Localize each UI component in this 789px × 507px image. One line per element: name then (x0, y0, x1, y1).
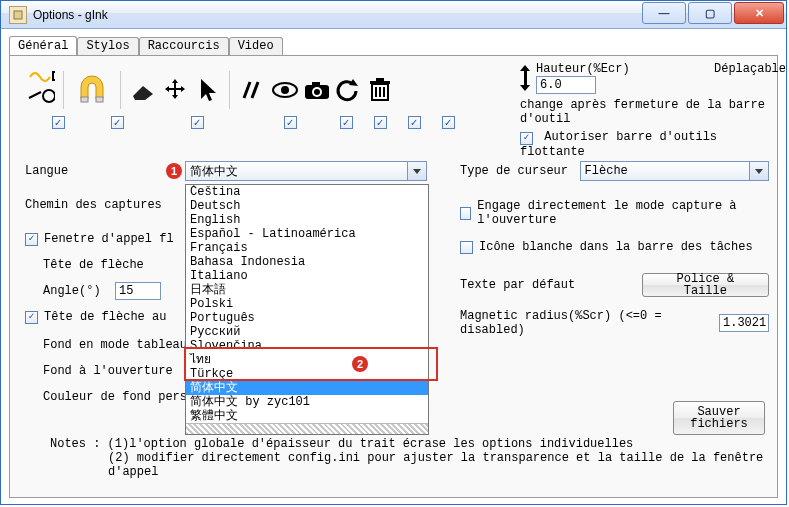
toolbar-check-1[interactable] (52, 116, 65, 129)
toolbar-check-4[interactable] (284, 116, 297, 129)
lang-option[interactable]: Русский (186, 325, 428, 339)
dropdown-resize-grip[interactable] (186, 423, 428, 434)
tab-raccourcis[interactable]: Raccourcis (139, 37, 229, 57)
save-files-label: Sauver fichiers (690, 406, 748, 430)
svg-point-20 (314, 89, 320, 95)
move-icon[interactable] (161, 70, 189, 110)
type-curseur-value: Flèche (585, 164, 628, 178)
tab-panel-general: ① (9, 55, 778, 498)
strokes-icon[interactable] (238, 70, 266, 110)
magnetic-radius-input[interactable]: 1.3021 (719, 314, 769, 332)
close-button[interactable]: ✕ (734, 2, 784, 24)
fond-tableau-label: Fond en mode tableau (43, 338, 187, 352)
type-curseur-label: Type de curseur (460, 164, 580, 178)
lang-option[interactable]: Türkçe (186, 367, 428, 381)
langue-label: Langue (25, 164, 185, 178)
camera-icon[interactable] (302, 70, 330, 110)
engage-capture-checkbox[interactable] (460, 207, 471, 220)
lang-option[interactable]: English (186, 213, 428, 227)
svg-rect-26 (370, 81, 390, 84)
lang-option[interactable]: Deutsch (186, 199, 428, 213)
toolbar-check-6[interactable] (374, 116, 387, 129)
svg-line-13 (244, 82, 250, 98)
type-curseur-combobox[interactable]: Flèche (580, 161, 769, 181)
lang-option[interactable]: Bahasa Indonesia (186, 255, 428, 269)
magnet-icon[interactable] (72, 70, 112, 110)
annotation-badge-2: 2 (352, 356, 368, 372)
eraser-icon[interactable] (129, 70, 157, 110)
toolbar-checkbox-row (25, 116, 465, 129)
angle-input[interactable]: 15 (115, 282, 161, 300)
fenetre-appel-checkbox[interactable] (25, 233, 38, 246)
svg-line-14 (252, 82, 258, 98)
chevron-down-icon[interactable] (749, 162, 768, 180)
police-taille-button[interactable]: Police & Taille (642, 273, 769, 297)
chemin-captures-label: Chemin des captures (25, 198, 185, 212)
options-window: Options - gInk — ▢ ✕ Général Stylos Racc… (0, 0, 787, 505)
langue-combobox[interactable]: 简体中文 (185, 161, 427, 181)
svg-rect-0 (14, 11, 22, 19)
drawing-toolbar: ① (25, 68, 396, 112)
lang-option[interactable]: Português (186, 311, 428, 325)
toolbar-check-7[interactable] (408, 116, 421, 129)
magnetic-radius-label: Magnetic radius(%Scr) (<=0 = disabled) (460, 309, 713, 337)
white-icon-checkbox[interactable] (460, 241, 473, 254)
fond-ouverture-label: Fond à l'ouverture (43, 364, 173, 378)
lang-option[interactable]: Čeština (186, 185, 428, 199)
client-area: Général Stylos Raccourcis Video (7, 35, 780, 498)
notes-line-1: Notes : (1)l'option globale d'épaisseur … (50, 437, 777, 451)
hauteur-input[interactable]: 6.0 (536, 76, 596, 94)
toolbar-check-5[interactable] (340, 116, 353, 129)
svg-rect-1 (53, 72, 55, 80)
lang-option[interactable]: Français (186, 241, 428, 255)
svg-marker-11 (133, 86, 153, 100)
lang-option[interactable]: Italiano (186, 269, 428, 283)
allow-floating-label: Autoriser barre d'outils flottante (520, 130, 717, 159)
app-icon (9, 6, 27, 24)
save-files-button[interactable]: Sauver fichiers (673, 401, 765, 435)
couleur-fond-label: Couleur de fond pers (43, 390, 187, 404)
tab-video[interactable]: Video (229, 37, 283, 57)
allow-floating-checkbox[interactable] (520, 132, 533, 145)
cursor-icon[interactable] (193, 70, 221, 110)
angle-label: Angle(°) (43, 284, 115, 298)
titlebar[interactable]: Options - gInk — ▢ ✕ (1, 1, 786, 29)
lang-option[interactable]: 简体中文 by zyc101 (186, 395, 428, 409)
tab-stylos[interactable]: Stylos (77, 37, 138, 57)
hauteur-label: Hauteur(%Ecr) (536, 62, 636, 76)
toolbar-right-settings: Hauteur(%Ecr) Déplaçable 6.0 change aprè… (520, 62, 771, 159)
svg-rect-9 (81, 97, 88, 102)
deplacable-label: Déplaçable (714, 62, 786, 76)
tab-general[interactable]: Général (9, 36, 77, 56)
fenetre-appel-label: Fenetre d'appel fl (44, 232, 174, 246)
chevron-down-icon[interactable] (407, 162, 426, 180)
toolbar-check-2[interactable] (111, 116, 124, 129)
langue-dropdown-list[interactable]: Čeština Deutsch English Español - Latino… (185, 184, 429, 435)
lang-option[interactable]: Español - Latinoamérica (186, 227, 428, 241)
trash-icon[interactable] (366, 70, 394, 110)
notes-line-2: (2) modifier directement config.ini pour… (108, 451, 777, 479)
minimize-button[interactable]: — (642, 2, 686, 24)
svg-point-5 (43, 90, 55, 102)
lang-option[interactable]: 日本語 (186, 283, 428, 297)
notes-section: Notes : (1)l'option globale d'épaisseur … (50, 437, 777, 479)
undo-icon[interactable] (334, 70, 362, 110)
toolbar-check-8[interactable] (442, 116, 455, 129)
lang-option[interactable]: Polski (186, 297, 428, 311)
toolbar-check-3[interactable] (191, 116, 204, 129)
height-drag-handle[interactable] (520, 65, 530, 91)
lang-option-selected[interactable]: 简体中文 (186, 381, 428, 395)
maximize-button[interactable]: ▢ (688, 2, 732, 24)
tete-fleche-label: Tête de flèche (43, 258, 144, 272)
visibility-icon[interactable] (270, 70, 298, 110)
window-title: Options - gInk (33, 8, 108, 22)
annotation-badge-1: 1 (166, 163, 182, 179)
shapes-tool-icon[interactable]: ① (27, 70, 55, 110)
lang-option[interactable]: 繁體中文 (186, 409, 428, 423)
lang-option[interactable]: ไทย (186, 353, 428, 367)
lang-option[interactable]: Slovenčina (186, 339, 428, 353)
white-icon-label: Icône blanche dans la barre des tâches (479, 240, 753, 254)
tete-fleche-au-checkbox[interactable] (25, 311, 38, 324)
tete-fleche-au-label: Tête de flèche au (44, 310, 166, 324)
svg-rect-27 (376, 78, 384, 81)
